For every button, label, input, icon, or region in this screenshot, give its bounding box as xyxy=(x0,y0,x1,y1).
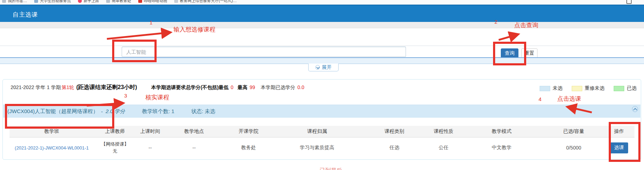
nature-cell: 公任 xyxy=(428,145,460,151)
col-header: 课程性质 xyxy=(428,128,460,135)
term-text: 2021-2022 学年 1 学期 xyxy=(11,84,61,91)
legend-item-unselected: 未选 xyxy=(540,85,563,92)
expand-bar xyxy=(0,57,644,64)
teacher-cell: 【网络授课】 无 xyxy=(94,141,136,155)
legend-label: 已选 xyxy=(627,85,637,92)
place-cell: -- xyxy=(164,145,224,151)
teacher-tag: 【网络授课】 xyxy=(101,141,129,147)
col-header: 开课学院 xyxy=(224,128,273,135)
credit-min-value: 0 xyxy=(231,84,233,90)
round-text: 第1轮 xyxy=(61,84,74,91)
selected-credits-value: 0.0 xyxy=(297,84,304,90)
bookmark-label: 我的书签… xyxy=(8,0,27,4)
bookmark-label: 南审教务处 xyxy=(112,0,131,4)
bookmark-label: 哔哩哔哩动画 xyxy=(144,0,167,4)
class-table: 教学班 上课教师 上课时间 教学地点 开课学院 课程归属 课程类别 课程性质 教… xyxy=(10,126,634,158)
class-code-link[interactable]: (2021-2022-1)-JWCX004-WL0001-1 xyxy=(15,145,89,151)
category-cell: 任选 xyxy=(361,145,428,151)
selected-swatch xyxy=(614,86,624,91)
bookmark-label: 教务网上综合服务大厅(一站式)… xyxy=(180,0,237,4)
col-header: 操作 xyxy=(603,128,634,135)
course-separator: - xyxy=(101,109,103,115)
chevron-down-icon xyxy=(315,65,320,70)
red-dot-icon xyxy=(78,0,82,3)
col-header: 上课教师 xyxy=(94,128,136,135)
time-cell: -- xyxy=(136,145,164,151)
bookmark-item[interactable]: 哔哩哔哩动画 xyxy=(138,0,167,4)
end-of-list-note: 已到最后 xyxy=(320,167,342,170)
teacher-name: 无 xyxy=(113,148,117,154)
legend-label: 未选 xyxy=(553,85,563,92)
mode-cell: 中文教学 xyxy=(460,145,544,151)
legend-item-retake: 重修未选 xyxy=(572,85,604,92)
bookmark-label: 新手上路 xyxy=(84,0,99,4)
col-header: 课程类别 xyxy=(361,128,428,135)
status-legend: 未选 重修未选 已选 xyxy=(540,85,637,92)
divider xyxy=(0,46,644,46)
annotation-text: 点击查询 xyxy=(514,21,538,29)
bookmark-item[interactable]: 大学生自助服务点 xyxy=(34,0,71,4)
col-header: 教学地点 xyxy=(164,128,224,135)
annotation-number: 1 xyxy=(150,19,152,25)
class-count: 教学班个数: 1 xyxy=(142,108,175,115)
bookmark-item[interactable]: 我的书签… xyxy=(2,0,27,4)
annotation-number: 3 xyxy=(124,93,127,99)
red-square-icon xyxy=(138,0,142,3)
bookmark-item[interactable]: 新手上路 xyxy=(78,0,99,4)
toolbar-strip xyxy=(0,22,644,28)
expand-label: 展开 xyxy=(322,64,332,71)
select-course-button[interactable]: 选课 xyxy=(610,142,628,153)
unselected-swatch xyxy=(540,86,550,91)
table-row: (2021-2022-1)-JWCX004-WL0001-1 【网络授课】 无 … xyxy=(10,137,634,158)
annotation-number: 4 xyxy=(539,96,541,102)
col-header: 课程归属 xyxy=(273,128,361,135)
page-title: 自主选课 xyxy=(13,11,38,19)
col-header: 已选/容量 xyxy=(544,128,603,135)
course-selection-page: 我的书签… 大学生自助服务点 新手上路 南审教务处 哔哩哔哩动画 教务网上综合服… xyxy=(0,0,644,170)
annotation-text: 输入想选修课程 xyxy=(174,25,215,34)
course-credits: 2.0 学分 xyxy=(106,108,125,115)
course-title: (JWCX004)人工智能（超星网络课程） xyxy=(7,108,98,115)
bookmarks-overflow-icon[interactable] xyxy=(626,0,632,4)
bookmark-label: 大学生自助服务点 xyxy=(40,0,71,4)
selection-panel: 2021-2022 学年 1 学期 第1轮 (距选课结束还剩23小时) 本学期选… xyxy=(2,79,641,160)
arrow-to-query xyxy=(499,35,517,40)
course-status: 状态: 未选 xyxy=(191,108,215,115)
course-group-bar[interactable]: (JWCX004)人工智能（超星网络课程） - 2.0 学分 教学班个数: 1 … xyxy=(3,105,640,118)
college-cell: 教务处 xyxy=(224,145,273,151)
credit-requirement-label: 本学期选课要求总学分(不包括)最低 xyxy=(151,84,229,91)
countdown-text: (距选课结束还剩23小时) xyxy=(76,84,137,91)
annotation-number: 2 xyxy=(494,19,497,25)
legend-label: 重修未选 xyxy=(585,85,604,92)
credit-max-label: 最高 xyxy=(238,84,248,91)
page-header: 自主选课 xyxy=(0,5,644,22)
course-search-input[interactable] xyxy=(122,47,406,57)
selected-credits-label: 本学期已选学分 xyxy=(261,84,295,91)
site-icon xyxy=(2,0,6,3)
bookmark-item[interactable]: 教务网上综合服务大厅(一站式)… xyxy=(174,0,237,4)
semester-info-row: 2021-2022 学年 1 学期 第1轮 (距选课结束还剩23小时) 本学期选… xyxy=(11,84,304,91)
retake-swatch xyxy=(572,86,582,91)
browser-bookmarks-bar: 我的书签… 大学生自助服务点 新手上路 南审教务处 哔哩哔哩动画 教务网上综合服… xyxy=(0,0,644,5)
reset-button[interactable]: 重置 xyxy=(521,48,537,58)
arrow-to-input xyxy=(107,33,169,39)
expand-toggle[interactable]: 展开 xyxy=(308,64,339,71)
capacity-cell: 0/5000 xyxy=(544,145,603,151)
col-header: 教学班 xyxy=(10,128,94,135)
site-icon xyxy=(106,0,110,3)
annotation-text: 点击选课 xyxy=(557,95,581,103)
site-icon xyxy=(34,0,38,3)
legend-item-selected: 已选 xyxy=(614,85,637,92)
annotation-text: 核实课程 xyxy=(145,93,169,101)
belong-cell: 学习与素质提高 xyxy=(273,145,361,151)
collapse-chevron-up-icon[interactable] xyxy=(632,106,638,112)
query-button[interactable]: 查询 xyxy=(501,48,518,58)
col-header: 教学模式 xyxy=(460,128,544,135)
bookmark-item[interactable]: 南审教务处 xyxy=(106,0,131,4)
credit-max-value: 99 xyxy=(250,84,255,90)
site-icon xyxy=(174,0,178,3)
col-header: 上课时间 xyxy=(136,128,164,135)
table-header-row: 教学班 上课教师 上课时间 教学地点 开课学院 课程归属 课程类别 课程性质 教… xyxy=(10,126,634,137)
